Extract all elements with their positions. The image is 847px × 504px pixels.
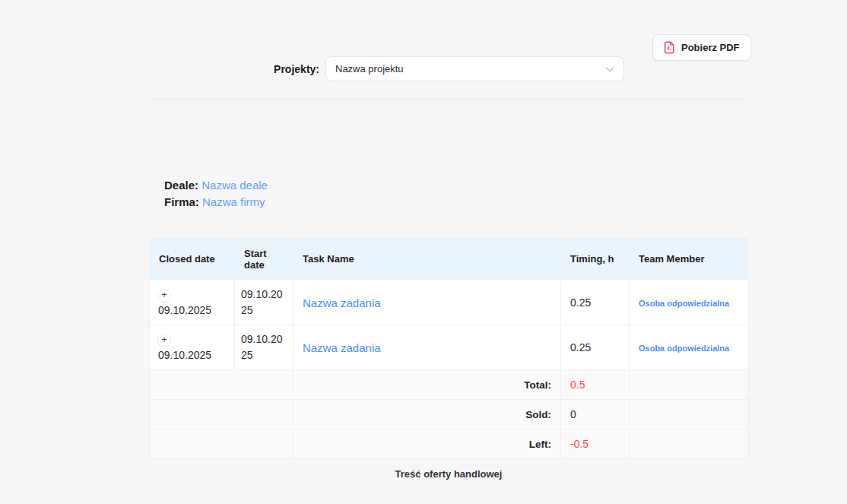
summary-row-sold: Sold: 0 (150, 400, 749, 430)
start-date-value: 09.10.2025 (241, 288, 283, 316)
project-select-value: Nazwa projektu (335, 63, 404, 74)
expand-row-icon[interactable]: + (158, 290, 170, 302)
project-report-page: Pobierz PDF Projekty: Nazwa projektu Dea… (0, 0, 847, 504)
project-select[interactable]: Nazwa projektu (325, 56, 624, 81)
team-member-link[interactable]: Osoba odpowiedzialna (639, 299, 729, 308)
deal-line: Deale: Nazwa deale (164, 177, 268, 194)
timing-cell: 0.25 (561, 281, 630, 325)
company-label: Firma: (164, 195, 199, 208)
closed-date-value: 09.10.2025 (158, 304, 211, 316)
summary-row-total: Total: 0.5 (150, 370, 749, 400)
sold-label: Sold: (293, 400, 561, 430)
summary-empty-cell (630, 400, 749, 430)
header-team-member: Team Member (630, 238, 749, 281)
deal-label: Deale: (164, 179, 198, 192)
summary-empty-cell (150, 430, 293, 459)
start-date-value: 09.10.2025 (241, 333, 283, 361)
company-name-link[interactable]: Nazwa firmy (202, 195, 265, 208)
left-value: -0.5 (561, 430, 630, 459)
header-task-name: Task Name (293, 238, 561, 281)
download-pdf-button[interactable]: Pobierz PDF (652, 34, 751, 61)
task-name-cell: Nazwa zadania (293, 325, 561, 370)
offer-content-note: Treść oferty handlowej (149, 468, 748, 480)
header-timing: Timing, h (561, 238, 630, 281)
header-closed-date: Closed date (150, 238, 235, 281)
header-start-date: Start date (235, 238, 293, 281)
team-member-link[interactable]: Osoba odpowiedzialna (639, 344, 729, 353)
task-name-link[interactable]: Nazwa zadania (303, 296, 381, 309)
start-date-cell: 09.10.2025 (235, 281, 293, 325)
chevron-down-icon (605, 63, 614, 74)
deal-info-block: Deale: Nazwa deale Firma: Nazwa firmy (164, 177, 268, 211)
timing-cell: 0.25 (561, 325, 630, 370)
summary-empty-cell (630, 430, 749, 459)
closed-date-cell: +09.10.2025 (150, 325, 235, 370)
team-member-cell: Osoba odpowiedzialna (630, 281, 749, 325)
left-label: Left: (293, 430, 561, 459)
sold-value: 0 (561, 400, 630, 430)
deal-name-link[interactable]: Nazwa deale (201, 179, 268, 192)
table-row: +09.10.2025 09.10.2025 Nazwa zadania 0.2… (150, 281, 749, 325)
start-date-cell: 09.10.2025 (235, 325, 293, 370)
table-header-row: Closed date Start date Task Name Timing,… (150, 238, 749, 281)
summary-empty-cell (150, 400, 293, 430)
project-selector-row: Projekty: Nazwa projektu (259, 56, 624, 81)
task-name-cell: Nazwa zadania (293, 281, 561, 325)
total-value: 0.5 (561, 370, 630, 400)
closed-date-cell: +09.10.2025 (150, 281, 235, 325)
summary-empty-cell (630, 370, 749, 400)
project-selector-label: Projekty: (259, 63, 319, 75)
team-member-cell: Osoba odpowiedzialna (630, 325, 749, 370)
company-line: Firma: Nazwa firmy (164, 194, 268, 211)
closed-date-value: 09.10.2025 (158, 349, 211, 361)
table-row: +09.10.2025 09.10.2025 Nazwa zadania 0.2… (150, 325, 749, 370)
summary-empty-cell (150, 370, 293, 400)
section-divider (149, 99, 748, 100)
pdf-file-icon (664, 41, 675, 54)
total-label: Total: (293, 370, 561, 400)
task-name-link[interactable]: Nazwa zadania (303, 341, 381, 354)
expand-row-icon[interactable]: + (158, 334, 170, 347)
summary-row-left: Left: -0.5 (150, 430, 749, 459)
tasks-table: Closed date Start date Task Name Timing,… (149, 237, 749, 459)
download-pdf-label: Pobierz PDF (681, 42, 740, 53)
